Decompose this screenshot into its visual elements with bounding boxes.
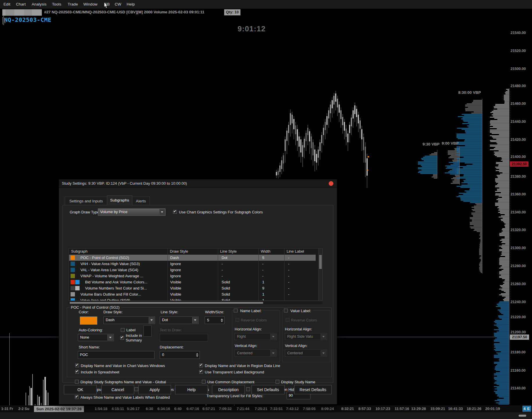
chevron-down-icon[interactable] (107, 335, 113, 341)
include-in-summary-checkbox[interactable] (120, 336, 124, 340)
table-row[interactable]: VAL - Value Area Low Value (SG4)Ignore--… (69, 267, 316, 273)
displacement-stepper[interactable]: 0 (160, 351, 200, 359)
study-settings-dialog: Study Settings: 9:30 VBP. ID:124 (VbP - … (59, 179, 337, 404)
table-horizontal-scrollbar[interactable] (69, 301, 323, 304)
tab-subgraphs[interactable]: Subgraphs (107, 195, 132, 206)
table-cell: - (222, 274, 223, 278)
set-defaults-button[interactable]: Set Defaults (251, 385, 285, 394)
help-button[interactable]: Help (175, 385, 208, 394)
global-option-checkbox[interactable] (75, 380, 79, 384)
time-axis[interactable]: Sun 2025-02-02 19:37:28 4 E 1-31 Fr2-2 S… (0, 405, 532, 412)
chevron-down-icon[interactable] (192, 317, 198, 323)
label-checkbox[interactable] (121, 328, 125, 332)
spin-down-icon[interactable] (221, 321, 223, 322)
table-row[interactable]: VWAP - Volume Weighted Average ...Ignore… (69, 273, 316, 279)
spin-up-icon[interactable] (221, 319, 223, 320)
table-row[interactable]: Volume Numbers Text Color and Si...Visib… (69, 285, 316, 291)
table-cell: 9 (262, 286, 264, 290)
time-tick: 7:33:51 (270, 407, 283, 411)
table-row[interactable]: Value Area and Outline (SG9)VisibleSolid… (69, 297, 316, 301)
column-header: Width (261, 249, 270, 253)
time-tick: 6:47:16 (186, 407, 199, 411)
poc-color-swatch[interactable] (80, 317, 97, 325)
apply-button[interactable]: Apply (138, 385, 171, 394)
global-option-checkbox[interactable] (246, 387, 250, 391)
text-to-draw-input (160, 334, 208, 341)
poc-option-label: Display Name and Value in Region Data Li… (205, 364, 280, 368)
draw-style-value: Dash (106, 318, 148, 322)
global-option-checkbox[interactable] (134, 387, 138, 391)
table-cell: - (288, 256, 289, 260)
table-cell: VAL - Value Area Low Value (SG4) (80, 268, 167, 272)
table-vertical-scrollbar[interactable] (318, 249, 322, 301)
close-button-icon[interactable] (329, 181, 333, 186)
subgraph-color-swatch (71, 292, 75, 296)
draw-style-select[interactable]: Dash (103, 317, 155, 324)
spin-down-icon[interactable] (196, 355, 198, 357)
global-option-checkbox[interactable] (202, 380, 206, 384)
poc-option-checkbox[interactable] (199, 370, 203, 374)
use-chart-graphics-checkbox[interactable] (173, 210, 177, 214)
table-cell: Visible (170, 298, 181, 301)
table-cell: Dot (222, 256, 227, 260)
table-cell: - (288, 274, 289, 278)
spin-up-icon[interactable] (196, 353, 198, 355)
auto-coloring-select[interactable]: None (78, 334, 114, 341)
poc-option-checkbox[interactable] (199, 364, 203, 367)
table-hscroll-thumb[interactable] (70, 302, 263, 304)
tab-settings-and-inputs[interactable]: Settings and Inputs (65, 197, 107, 206)
global-option-checkbox[interactable] (75, 395, 79, 399)
table-row[interactable]: POC - Point of Control (SG2)DashDot5- (69, 255, 316, 261)
dialog-title-bar[interactable]: Study Settings: 9:30 VBP. ID:124 (VbP - … (59, 179, 337, 188)
global-option-checkbox[interactable] (276, 380, 279, 384)
subgraph-table[interactable]: SubgraphDraw StyleLine StyleWidthLine La… (69, 248, 323, 301)
graph-draw-type-select[interactable]: Volume by Price (98, 208, 166, 216)
chevron-down-icon[interactable] (159, 209, 165, 215)
auto-coloring-value: None (80, 335, 107, 339)
horizontal-scrollbar[interactable] (0, 412, 532, 419)
name-vertical-align-label: Vertical Align: (235, 344, 257, 348)
table-cell: Volume Bars Outline and Fill Color... (80, 292, 167, 296)
poc-option-checkbox[interactable] (75, 364, 79, 367)
price-tick: 21500.00 (511, 66, 526, 71)
table-row[interactable]: Volume Bars Outline and Fill Color...Vis… (69, 291, 316, 297)
line-style-label: Line Style: (161, 310, 178, 314)
ok-button[interactable]: OK (64, 385, 97, 394)
value-label-title: Value Label: (289, 309, 312, 313)
time-axis-date-highlight: Sun 2025-02-02 19:37:28 (34, 406, 84, 412)
width-size-stepper[interactable]: 5 (205, 317, 224, 324)
column-header: Line Label (287, 249, 304, 253)
graph-draw-type-value: Volume by Price (100, 210, 159, 214)
draw-style-label: Draw Style: (103, 310, 123, 314)
price-tick: 21320.00 (511, 228, 526, 232)
time-tick: 10:17:23 (375, 407, 390, 411)
time-tick: 7:25:21 (255, 407, 267, 411)
line-style-select[interactable]: Dot (160, 317, 199, 324)
time-tick: 6:30 (146, 407, 153, 411)
table-cell: Solid (222, 286, 230, 290)
cancel-button[interactable]: Cancel (101, 385, 134, 394)
table-cell: - (262, 274, 263, 278)
table-row[interactable]: VAH - Value Area High Value (SG3)Ignore-… (69, 261, 316, 267)
price-tick: 21440.00 (511, 119, 526, 124)
price-tick: 21160.00 (511, 368, 526, 373)
name-label-title: Name Label: (239, 309, 263, 313)
value-label-checkbox[interactable] (284, 309, 288, 312)
table-cell: 1 (262, 298, 264, 301)
transparency-label: Transparency Level for Fill Styles: (206, 394, 263, 398)
reset-defaults-button[interactable]: Reset Defaults (294, 385, 332, 394)
table-vscroll-thumb[interactable] (319, 255, 322, 269)
table-cell: - (288, 268, 289, 272)
chevron-down-icon[interactable] (149, 317, 154, 323)
table-row[interactable]: Bid Volume and Ask Volume Colors...Visib… (69, 279, 316, 285)
chevron-down-icon (270, 334, 276, 339)
subgraph-color-swatch (71, 274, 75, 278)
price-tick: 21220.00 (511, 315, 526, 319)
name-label-checkbox[interactable] (234, 309, 238, 312)
price-tick: 21140.00 (511, 386, 526, 390)
horizontal-scrollbar-thumb[interactable] (519, 415, 526, 417)
description-button[interactable]: Description (212, 385, 245, 394)
tab-alerts[interactable]: Alerts (132, 197, 150, 206)
short-name-input[interactable]: POC (78, 351, 154, 359)
poc-option-checkbox[interactable] (75, 370, 79, 374)
